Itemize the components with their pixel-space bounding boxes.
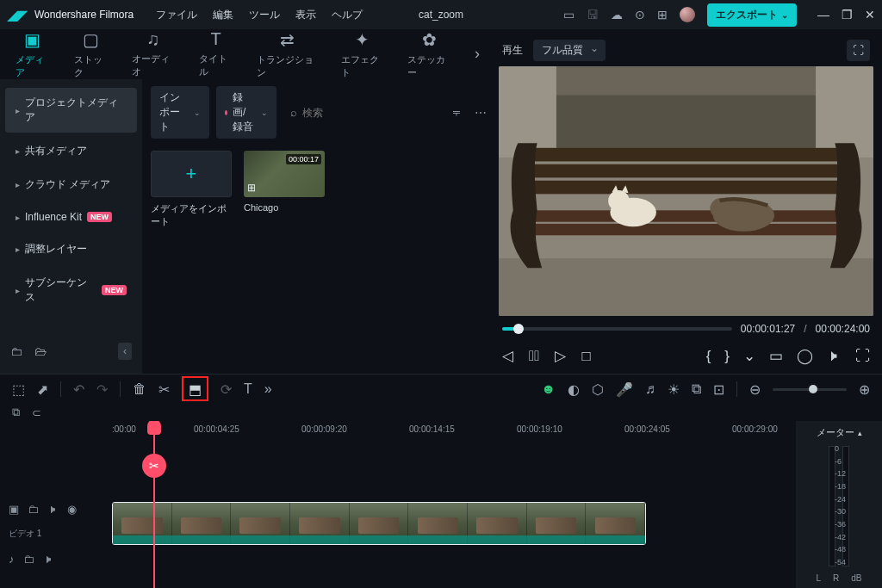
playhead-cut-icon[interactable]: ✂: [142, 454, 166, 478]
redo-icon[interactable]: ↷: [96, 381, 108, 398]
device-icon[interactable]: ▭: [563, 8, 575, 22]
tab-transition[interactable]: ⇄トランジション: [257, 29, 316, 79]
pointer-tool-icon[interactable]: ⬈: [37, 381, 48, 398]
folder-icon[interactable]: 🗀: [28, 503, 39, 516]
folder-icon[interactable]: 🗁: [34, 344, 47, 358]
crop-button-highlighted[interactable]: ⬒: [182, 376, 208, 401]
tab-stock[interactable]: ▢ストック: [74, 29, 109, 79]
selection-tool-icon[interactable]: ⬚: [12, 381, 25, 398]
sidebar-item-adjustment-layer[interactable]: ▸調整レイヤー: [5, 234, 137, 264]
tab-effect[interactable]: ✦エフェクト: [341, 29, 384, 79]
marker-down-icon[interactable]: ⌄: [743, 347, 755, 365]
media-search[interactable]: ⌕: [283, 102, 438, 123]
meter-scale-tick: -24: [835, 495, 846, 504]
tab-sticker[interactable]: ✿ステッカー: [407, 29, 450, 79]
fullscreen-icon[interactable]: ⛶: [855, 348, 870, 365]
zoom-in-icon[interactable]: ⊕: [859, 381, 870, 398]
split-icon[interactable]: ✂: [158, 381, 170, 398]
camera-icon[interactable]: ◯: [797, 347, 813, 365]
light-icon[interactable]: ☀: [668, 381, 680, 398]
overlay-icon[interactable]: ⧉: [692, 381, 701, 397]
quality-dropdown[interactable]: フル品質: [533, 40, 606, 61]
tab-effect-label: エフェクト: [341, 53, 384, 79]
folder-icon[interactable]: 🗀: [23, 553, 34, 566]
shield-icon[interactable]: ⬡: [592, 381, 604, 398]
prev-frame-icon[interactable]: ◁: [502, 347, 513, 365]
more-icon[interactable]: ⋯: [475, 106, 487, 120]
ruler-tick: 00:00:14:15: [409, 424, 455, 434]
tabs-more-icon[interactable]: ›: [475, 45, 480, 63]
preview-viewport[interactable]: [499, 66, 873, 316]
volume-icon[interactable]: 🕨: [827, 348, 842, 365]
timeline-tracks[interactable]: :00:00 00:00:04:25 00:00:09:20 00:00:14:…: [112, 421, 796, 588]
sidebar-item-shared-media[interactable]: ▸共有メディア: [5, 136, 137, 166]
stop-icon[interactable]: □: [581, 348, 590, 365]
render-icon[interactable]: ⊡: [713, 381, 724, 398]
menu-view[interactable]: 表示: [295, 8, 316, 22]
media-clip-card[interactable]: 00:00:17 ⊞ Chicago: [244, 151, 325, 228]
more-tools-icon[interactable]: »: [264, 381, 272, 397]
playhead-line[interactable]: [153, 421, 155, 588]
search-input[interactable]: [302, 107, 432, 119]
import-dropdown[interactable]: インポート⌄: [151, 86, 209, 139]
play-icon[interactable]: ▷: [555, 347, 566, 365]
speed-icon[interactable]: ⟳: [220, 381, 232, 398]
chevron-down-icon: ⌄: [194, 108, 201, 117]
save-icon[interactable]: 🖫: [587, 8, 599, 22]
tab-title[interactable]: Tタイトル: [199, 29, 233, 78]
ai-icon[interactable]: ☻: [541, 381, 556, 397]
new-folder-icon[interactable]: 🗀: [10, 344, 22, 358]
headphones-icon[interactable]: ⊙: [635, 8, 645, 22]
menu-file[interactable]: ファイル: [156, 8, 197, 22]
visibility-icon[interactable]: ◉: [67, 503, 77, 516]
preview-progress-bar[interactable]: [502, 327, 732, 331]
zoom-out-icon[interactable]: ⊖: [749, 381, 761, 398]
audio-track-icon[interactable]: ♪: [9, 553, 15, 566]
user-avatar[interactable]: [680, 7, 695, 22]
timeline-clip[interactable]: [112, 502, 646, 545]
record-dropdown[interactable]: 録画/録音⌄: [216, 86, 276, 139]
tab-audio[interactable]: ♫オーディオ: [132, 29, 175, 78]
magnet-icon[interactable]: ⊂: [32, 406, 41, 419]
chevron-up-icon[interactable]: ▴: [858, 429, 862, 437]
media-sidebar: ▸プロジェクトメディア ▸共有メディア ▸クラウド メディア ▸Influenc…: [0, 79, 142, 374]
close-button[interactable]: ✕: [865, 8, 875, 22]
timeline-view-icon[interactable]: ⧉: [12, 405, 20, 419]
mic-icon[interactable]: 🎤: [616, 381, 633, 398]
playhead-handle[interactable]: [147, 421, 161, 435]
export-button[interactable]: エクスポート ⌄: [707, 3, 797, 27]
undo-icon[interactable]: ↶: [73, 381, 84, 398]
mute-icon[interactable]: 🕨: [47, 503, 59, 516]
tab-media[interactable]: ▣メディア: [16, 29, 50, 79]
mute-icon[interactable]: 🕨: [43, 553, 54, 566]
mark-in-icon[interactable]: {: [706, 348, 711, 365]
asset-tabs: ▣メディア ▢ストック ♫オーディオ Tタイトル ⇄トランジション ✦エフェクト…: [0, 29, 495, 79]
zoom-slider[interactable]: [773, 388, 847, 391]
mark-out-icon[interactable]: }: [724, 348, 730, 365]
filter-icon[interactable]: ⫧: [450, 106, 463, 120]
timeline-ruler[interactable]: :00:00 00:00:04:25 00:00:09:20 00:00:14:…: [112, 421, 796, 438]
apps-icon[interactable]: ⊞: [657, 8, 668, 22]
meter-right-label: R: [833, 573, 839, 583]
import-media-card[interactable]: + メディアをインポート: [151, 151, 232, 228]
audio-meter-panel: メーター▴ 0 -6 -12 -18 -24 -30 -36 -42 -48 -…: [796, 421, 882, 588]
video-track-icon[interactable]: ▣: [9, 503, 19, 516]
minimize-button[interactable]: —: [817, 8, 829, 22]
sidebar-item-project-media[interactable]: ▸プロジェクトメディア: [5, 88, 137, 133]
text-icon[interactable]: T: [244, 381, 252, 397]
music-icon[interactable]: ♬: [645, 381, 655, 397]
delete-icon[interactable]: 🗑: [133, 381, 146, 397]
sidebar-item-influence-kit[interactable]: ▸Influence KitNEW: [5, 203, 137, 231]
display-icon[interactable]: ▭: [769, 347, 783, 365]
menu-tools[interactable]: ツール: [249, 8, 280, 22]
menu-help[interactable]: ヘルプ: [332, 8, 363, 22]
color-icon[interactable]: ◐: [568, 381, 580, 398]
sidebar-item-subsequence[interactable]: ▸サブシーケンスNEW: [5, 268, 137, 313]
step-play-icon[interactable]: ▷⃒: [529, 348, 539, 365]
collapse-sidebar-icon[interactable]: ‹: [118, 343, 132, 360]
maximize-button[interactable]: ❐: [842, 8, 853, 22]
snapshot-icon[interactable]: ⛶: [847, 40, 870, 61]
menu-edit[interactable]: 編集: [213, 8, 233, 22]
sidebar-item-cloud-media[interactable]: ▸クラウド メディア: [5, 170, 137, 200]
cloud-icon[interactable]: ☁: [611, 8, 623, 22]
